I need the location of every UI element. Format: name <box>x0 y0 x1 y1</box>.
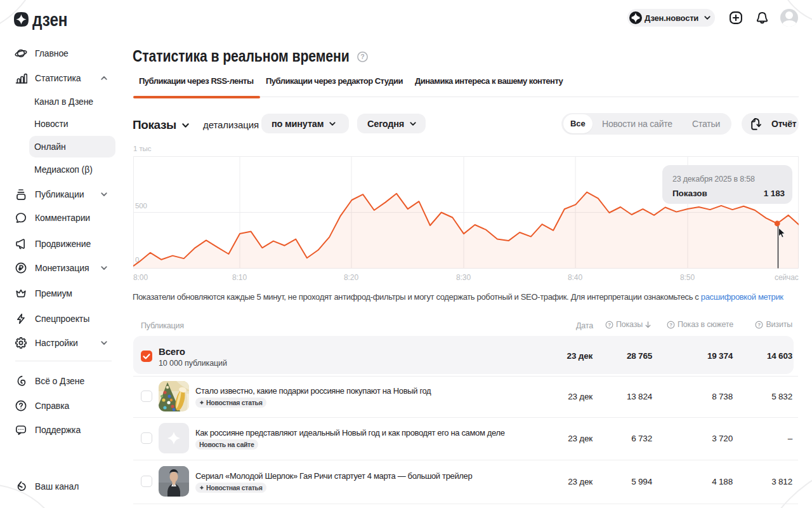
svg-text:?: ? <box>360 53 364 60</box>
svg-text:?: ? <box>758 322 761 328</box>
svg-text:?: ? <box>669 322 672 328</box>
svg-text:?: ? <box>608 322 611 328</box>
